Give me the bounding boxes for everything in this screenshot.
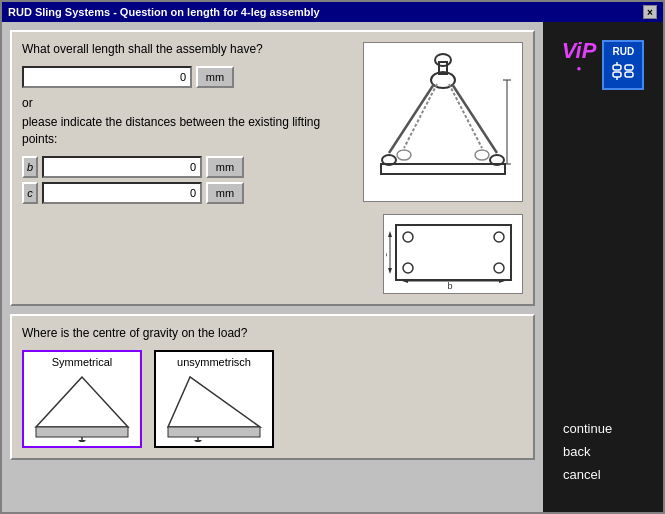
bottom-panel: Where is the centre of gravity on the lo… <box>10 314 535 460</box>
brand-area: ViP ● RUD <box>562 40 645 90</box>
svg-marker-35 <box>194 440 202 442</box>
top-panel-left: What overall length shall the assembly h… <box>22 42 353 294</box>
svg-rect-36 <box>613 65 621 70</box>
b-input[interactable] <box>42 156 202 178</box>
svg-rect-29 <box>36 427 128 437</box>
svg-rect-37 <box>613 72 621 77</box>
length-input[interactable] <box>22 66 192 88</box>
top-panel: What overall length shall the assembly h… <box>10 30 535 306</box>
back-button[interactable]: back <box>563 442 643 461</box>
title-bar: RUD Sling Systems - Question on length f… <box>2 2 663 22</box>
length-question: What overall length shall the assembly h… <box>22 42 353 56</box>
b-unit-button[interactable]: mm <box>206 156 244 178</box>
rud-logo: RUD <box>602 40 644 90</box>
asymmetrical-label: unsymmetrisch <box>177 356 251 368</box>
distances-text: please indicate the distances between th… <box>22 114 353 148</box>
sidebar: ViP ● RUD <box>543 22 663 512</box>
symmetrical-option[interactable]: Symmetrical <box>22 350 142 448</box>
c-label: c <box>22 182 38 204</box>
svg-text:c: c <box>386 252 389 257</box>
close-button[interactable]: × <box>643 5 657 19</box>
c-unit-button[interactable]: mm <box>206 182 244 204</box>
or-text: or <box>22 96 353 110</box>
svg-point-0 <box>435 54 451 66</box>
svg-point-19 <box>494 263 504 273</box>
svg-line-6 <box>449 84 482 148</box>
vip-logo-area: ViP ● <box>562 40 597 90</box>
svg-rect-15 <box>396 225 511 280</box>
rud-chain-icon <box>609 57 637 85</box>
cancel-button[interactable]: cancel <box>563 465 643 484</box>
b-label: b <box>22 156 38 178</box>
lifting-diagram-svg: b c <box>386 217 521 292</box>
svg-rect-39 <box>625 72 633 77</box>
sidebar-buttons: continue back cancel <box>563 419 643 484</box>
svg-point-10 <box>475 150 489 160</box>
svg-marker-28 <box>36 377 128 427</box>
continue-button[interactable]: continue <box>563 419 643 438</box>
symmetrical-label: Symmetrical <box>52 356 113 368</box>
window: RUD Sling Systems - Question on length f… <box>0 0 665 514</box>
vip-logo: ViP <box>562 40 597 62</box>
rud-text: RUD <box>612 46 634 57</box>
symmetrical-diagram <box>28 372 136 442</box>
main-content: What overall length shall the assembly h… <box>2 22 543 512</box>
svg-point-17 <box>494 232 504 242</box>
length-unit-button[interactable]: mm <box>196 66 234 88</box>
asymmetrical-diagram <box>160 372 268 442</box>
svg-rect-33 <box>168 427 260 437</box>
length-input-row: mm <box>22 66 353 88</box>
window-title: RUD Sling Systems - Question on length f… <box>8 6 320 18</box>
svg-marker-25 <box>388 231 392 237</box>
window-body: What overall length shall the assembly h… <box>2 22 663 512</box>
b-input-row: b mm <box>22 156 353 178</box>
svg-marker-32 <box>168 377 260 427</box>
lifting-diagram: b c <box>383 214 523 294</box>
svg-line-3 <box>389 84 434 153</box>
gravity-options: Symmetrical unsymmetris <box>22 350 523 448</box>
svg-point-9 <box>397 150 411 160</box>
svg-point-16 <box>403 232 413 242</box>
svg-line-5 <box>404 84 437 148</box>
chain-image <box>363 42 523 202</box>
svg-rect-11 <box>381 164 505 174</box>
svg-marker-26 <box>388 268 392 274</box>
c-input[interactable] <box>42 182 202 204</box>
svg-point-18 <box>403 263 413 273</box>
chain-diagram-svg <box>369 48 517 196</box>
svg-text:b: b <box>447 281 452 291</box>
vip-tagline: ● <box>577 64 582 73</box>
gravity-question: Where is the centre of gravity on the lo… <box>22 326 523 340</box>
c-input-row: c mm <box>22 182 353 204</box>
asymmetrical-option[interactable]: unsymmetrisch <box>154 350 274 448</box>
svg-line-4 <box>452 84 497 153</box>
svg-marker-31 <box>78 440 86 442</box>
svg-rect-38 <box>625 65 633 70</box>
